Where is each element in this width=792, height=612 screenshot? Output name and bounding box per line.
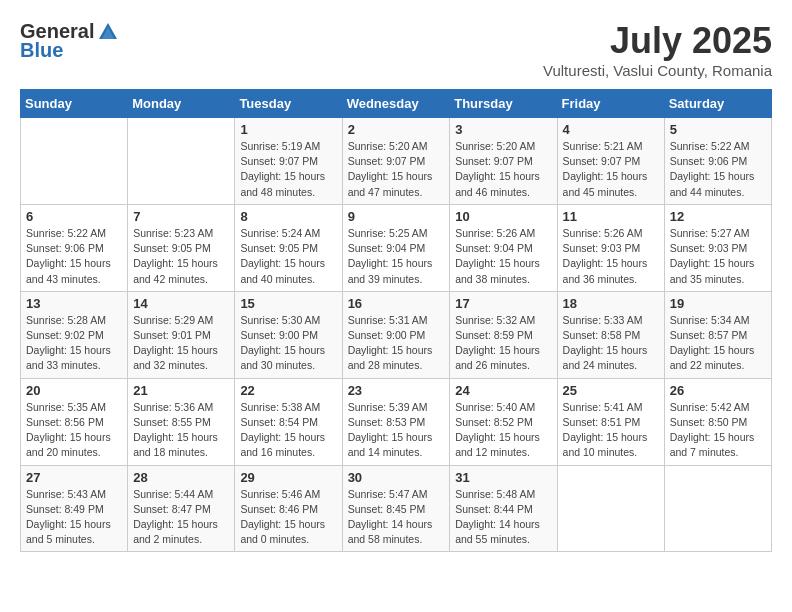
day-info: Sunrise: 5:33 AM Sunset: 8:58 PM Dayligh… — [563, 313, 659, 374]
calendar-cell: 1Sunrise: 5:19 AM Sunset: 9:07 PM Daylig… — [235, 118, 342, 205]
day-info: Sunrise: 5:26 AM Sunset: 9:03 PM Dayligh… — [563, 226, 659, 287]
day-number: 31 — [455, 470, 551, 485]
calendar-cell: 14Sunrise: 5:29 AM Sunset: 9:01 PM Dayli… — [128, 291, 235, 378]
day-info: Sunrise: 5:41 AM Sunset: 8:51 PM Dayligh… — [563, 400, 659, 461]
day-number: 26 — [670, 383, 766, 398]
day-info: Sunrise: 5:36 AM Sunset: 8:55 PM Dayligh… — [133, 400, 229, 461]
calendar-cell: 4Sunrise: 5:21 AM Sunset: 9:07 PM Daylig… — [557, 118, 664, 205]
day-number: 12 — [670, 209, 766, 224]
weekday-header: Wednesday — [342, 90, 450, 118]
calendar-cell: 27Sunrise: 5:43 AM Sunset: 8:49 PM Dayli… — [21, 465, 128, 552]
day-number: 19 — [670, 296, 766, 311]
calendar-cell: 8Sunrise: 5:24 AM Sunset: 9:05 PM Daylig… — [235, 204, 342, 291]
calendar-cell: 16Sunrise: 5:31 AM Sunset: 9:00 PM Dayli… — [342, 291, 450, 378]
calendar-cell — [664, 465, 771, 552]
day-number: 28 — [133, 470, 229, 485]
day-info: Sunrise: 5:20 AM Sunset: 9:07 PM Dayligh… — [348, 139, 445, 200]
calendar-cell: 22Sunrise: 5:38 AM Sunset: 8:54 PM Dayli… — [235, 378, 342, 465]
day-info: Sunrise: 5:35 AM Sunset: 8:56 PM Dayligh… — [26, 400, 122, 461]
day-info: Sunrise: 5:42 AM Sunset: 8:50 PM Dayligh… — [670, 400, 766, 461]
calendar-week-row: 13Sunrise: 5:28 AM Sunset: 9:02 PM Dayli… — [21, 291, 772, 378]
day-info: Sunrise: 5:26 AM Sunset: 9:04 PM Dayligh… — [455, 226, 551, 287]
calendar-cell — [128, 118, 235, 205]
day-number: 3 — [455, 122, 551, 137]
day-number: 1 — [240, 122, 336, 137]
day-number: 22 — [240, 383, 336, 398]
calendar-cell: 17Sunrise: 5:32 AM Sunset: 8:59 PM Dayli… — [450, 291, 557, 378]
day-info: Sunrise: 5:46 AM Sunset: 8:46 PM Dayligh… — [240, 487, 336, 548]
day-number: 24 — [455, 383, 551, 398]
day-info: Sunrise: 5:30 AM Sunset: 9:00 PM Dayligh… — [240, 313, 336, 374]
day-info: Sunrise: 5:25 AM Sunset: 9:04 PM Dayligh… — [348, 226, 445, 287]
day-number: 14 — [133, 296, 229, 311]
calendar-cell: 9Sunrise: 5:25 AM Sunset: 9:04 PM Daylig… — [342, 204, 450, 291]
day-number: 8 — [240, 209, 336, 224]
calendar-header-row: SundayMondayTuesdayWednesdayThursdayFrid… — [21, 90, 772, 118]
day-info: Sunrise: 5:24 AM Sunset: 9:05 PM Dayligh… — [240, 226, 336, 287]
weekday-header: Tuesday — [235, 90, 342, 118]
calendar-week-row: 6Sunrise: 5:22 AM Sunset: 9:06 PM Daylig… — [21, 204, 772, 291]
day-info: Sunrise: 5:28 AM Sunset: 9:02 PM Dayligh… — [26, 313, 122, 374]
calendar-week-row: 1Sunrise: 5:19 AM Sunset: 9:07 PM Daylig… — [21, 118, 772, 205]
calendar-week-row: 27Sunrise: 5:43 AM Sunset: 8:49 PM Dayli… — [21, 465, 772, 552]
day-info: Sunrise: 5:23 AM Sunset: 9:05 PM Dayligh… — [133, 226, 229, 287]
day-info: Sunrise: 5:22 AM Sunset: 9:06 PM Dayligh… — [670, 139, 766, 200]
calendar-cell: 24Sunrise: 5:40 AM Sunset: 8:52 PM Dayli… — [450, 378, 557, 465]
day-number: 17 — [455, 296, 551, 311]
calendar-cell: 18Sunrise: 5:33 AM Sunset: 8:58 PM Dayli… — [557, 291, 664, 378]
location-subtitle: Vulturesti, Vaslui County, Romania — [543, 62, 772, 79]
logo-blue: Blue — [20, 39, 63, 62]
day-info: Sunrise: 5:19 AM Sunset: 9:07 PM Dayligh… — [240, 139, 336, 200]
day-number: 2 — [348, 122, 445, 137]
month-title: July 2025 — [543, 20, 772, 62]
calendar-cell: 5Sunrise: 5:22 AM Sunset: 9:06 PM Daylig… — [664, 118, 771, 205]
calendar-cell: 20Sunrise: 5:35 AM Sunset: 8:56 PM Dayli… — [21, 378, 128, 465]
calendar-cell: 11Sunrise: 5:26 AM Sunset: 9:03 PM Dayli… — [557, 204, 664, 291]
day-info: Sunrise: 5:48 AM Sunset: 8:44 PM Dayligh… — [455, 487, 551, 548]
day-info: Sunrise: 5:39 AM Sunset: 8:53 PM Dayligh… — [348, 400, 445, 461]
calendar-cell: 30Sunrise: 5:47 AM Sunset: 8:45 PM Dayli… — [342, 465, 450, 552]
day-info: Sunrise: 5:47 AM Sunset: 8:45 PM Dayligh… — [348, 487, 445, 548]
day-number: 27 — [26, 470, 122, 485]
calendar-cell: 13Sunrise: 5:28 AM Sunset: 9:02 PM Dayli… — [21, 291, 128, 378]
day-number: 30 — [348, 470, 445, 485]
logo: General Blue — [20, 20, 120, 62]
day-number: 15 — [240, 296, 336, 311]
page-header: General Blue July 2025 Vulturesti, Vaslu… — [20, 20, 772, 79]
day-info: Sunrise: 5:22 AM Sunset: 9:06 PM Dayligh… — [26, 226, 122, 287]
day-info: Sunrise: 5:32 AM Sunset: 8:59 PM Dayligh… — [455, 313, 551, 374]
calendar-cell: 10Sunrise: 5:26 AM Sunset: 9:04 PM Dayli… — [450, 204, 557, 291]
calendar-cell: 19Sunrise: 5:34 AM Sunset: 8:57 PM Dayli… — [664, 291, 771, 378]
day-number: 21 — [133, 383, 229, 398]
calendar-table: SundayMondayTuesdayWednesdayThursdayFrid… — [20, 89, 772, 552]
day-number: 7 — [133, 209, 229, 224]
calendar-cell: 3Sunrise: 5:20 AM Sunset: 9:07 PM Daylig… — [450, 118, 557, 205]
calendar-cell — [21, 118, 128, 205]
day-info: Sunrise: 5:20 AM Sunset: 9:07 PM Dayligh… — [455, 139, 551, 200]
day-info: Sunrise: 5:31 AM Sunset: 9:00 PM Dayligh… — [348, 313, 445, 374]
day-info: Sunrise: 5:43 AM Sunset: 8:49 PM Dayligh… — [26, 487, 122, 548]
day-info: Sunrise: 5:40 AM Sunset: 8:52 PM Dayligh… — [455, 400, 551, 461]
weekday-header: Saturday — [664, 90, 771, 118]
logo-icon — [97, 21, 119, 43]
calendar-cell: 15Sunrise: 5:30 AM Sunset: 9:00 PM Dayli… — [235, 291, 342, 378]
calendar-cell: 28Sunrise: 5:44 AM Sunset: 8:47 PM Dayli… — [128, 465, 235, 552]
weekday-header: Thursday — [450, 90, 557, 118]
day-number: 5 — [670, 122, 766, 137]
day-number: 4 — [563, 122, 659, 137]
calendar-cell: 25Sunrise: 5:41 AM Sunset: 8:51 PM Dayli… — [557, 378, 664, 465]
day-number: 20 — [26, 383, 122, 398]
day-info: Sunrise: 5:29 AM Sunset: 9:01 PM Dayligh… — [133, 313, 229, 374]
day-number: 10 — [455, 209, 551, 224]
day-number: 6 — [26, 209, 122, 224]
day-info: Sunrise: 5:38 AM Sunset: 8:54 PM Dayligh… — [240, 400, 336, 461]
day-number: 9 — [348, 209, 445, 224]
day-info: Sunrise: 5:27 AM Sunset: 9:03 PM Dayligh… — [670, 226, 766, 287]
calendar-cell: 12Sunrise: 5:27 AM Sunset: 9:03 PM Dayli… — [664, 204, 771, 291]
day-number: 11 — [563, 209, 659, 224]
day-number: 23 — [348, 383, 445, 398]
calendar-cell: 7Sunrise: 5:23 AM Sunset: 9:05 PM Daylig… — [128, 204, 235, 291]
title-block: July 2025 Vulturesti, Vaslui County, Rom… — [543, 20, 772, 79]
calendar-cell: 23Sunrise: 5:39 AM Sunset: 8:53 PM Dayli… — [342, 378, 450, 465]
calendar-cell — [557, 465, 664, 552]
